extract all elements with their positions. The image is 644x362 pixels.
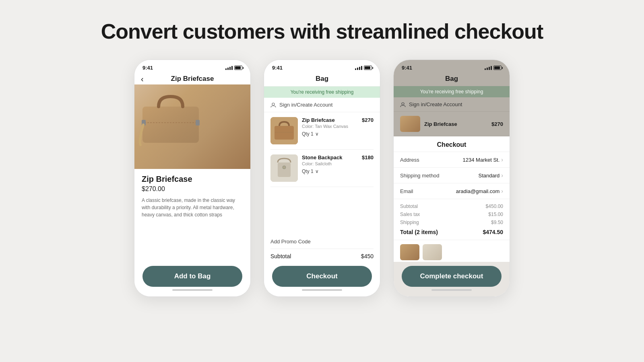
status-icons-3: [485, 66, 502, 70]
page-headline: Convert customers with streamlined check…: [101, 19, 543, 43]
cart-item-2-price: $180: [362, 154, 374, 160]
pricing-section: Subtotal $450.00 Sales tax $15.00 Shippi…: [394, 199, 510, 240]
phone3-thumbs: [394, 240, 510, 262]
status-bar-2: 9:41: [264, 60, 380, 72]
checkout-title: Checkout: [394, 136, 510, 152]
sign-in-text: Sign in/Create Account: [279, 102, 332, 108]
shipping-cost-row: Shipping $9.50: [400, 218, 503, 226]
bag-illustration: [134, 84, 207, 149]
add-to-bag-button[interactable]: Add to Bag: [142, 266, 242, 287]
svg-rect-4: [196, 120, 200, 125]
signal-icon-1: [225, 66, 233, 70]
cart-footer: Add Promo Code Subtotal $450: [264, 230, 380, 262]
phone3-product-thumb-2: [423, 244, 442, 260]
phone3-bag-title: Bag: [394, 72, 510, 86]
phone-1: 9:41 ‹ Zip Briefcase: [134, 60, 251, 297]
cart-item-2-details: Stone Backpack Color: Sailcloth Qty 1 ∨: [302, 154, 358, 174]
total-value: $474.50: [483, 229, 503, 235]
checkout-email-row[interactable]: Email aradia@gmail.com ›: [394, 183, 510, 199]
bag-title: Bag: [264, 72, 380, 86]
checkout-shipping-row[interactable]: Shipping method Standard ›: [394, 168, 510, 183]
shipping-chevron-icon: ›: [501, 172, 503, 179]
status-time-2: 9:41: [272, 65, 283, 71]
status-bar-1: 9:41: [134, 60, 250, 72]
phone2-bottom: Checkout: [264, 262, 380, 296]
product-price: $270.00: [142, 185, 243, 193]
subtotal-pricing-row: Subtotal $450.00: [400, 202, 503, 210]
shipping-method-label: Shipping method: [400, 173, 440, 179]
qty-2-dropdown-icon: ∨: [315, 169, 319, 174]
svg-rect-7: [275, 126, 294, 140]
user-icon: [270, 102, 276, 108]
cart-item-1-name: Zip Briefcase: [302, 117, 358, 123]
subtotal-value: $450: [361, 253, 374, 259]
cart-item-2-image: [270, 154, 298, 182]
battery-icon-3: [493, 66, 502, 70]
email-value: aradia@gmail.com: [456, 188, 500, 194]
home-indicator-3: [431, 289, 472, 291]
address-value: 1234 Market St.: [463, 157, 500, 163]
pricing-subtotal-value: $450.00: [486, 204, 503, 209]
cart-item-2-thumb: [270, 154, 298, 182]
status-time-3: 9:41: [402, 65, 412, 71]
home-indicator-1: [172, 289, 213, 291]
email-value-group: aradia@gmail.com ›: [456, 188, 503, 194]
back-button[interactable]: ‹: [141, 74, 144, 84]
shipping-cost-value: $9.50: [491, 220, 503, 225]
phone3-mini-item-price: $270: [491, 121, 503, 127]
phone-3: 9:41 Bag You're receiving free shipping …: [393, 60, 510, 297]
shipping-value-group: Standard ›: [479, 172, 503, 179]
battery-icon-2: [364, 66, 372, 70]
cart-items: Zip Briefcase Color: Tan Wax Canvas Qty …: [264, 112, 380, 230]
checkout-address-row[interactable]: Address 1234 Market St. ›: [394, 152, 510, 168]
complete-checkout-button[interactable]: Complete checkout: [402, 266, 502, 287]
cart-item-2-color: Color: Sailcloth: [302, 161, 358, 166]
phone2-content: You're receiving free shipping Sign in/C…: [264, 86, 380, 262]
phone3-product-thumb-1: [400, 244, 419, 260]
cart-item-1-qty[interactable]: Qty 1 ∨: [302, 131, 358, 137]
phone3-sign-in[interactable]: Sign in/Create Account: [394, 97, 510, 112]
total-row: Total (2 items) $474.50: [400, 226, 503, 237]
battery-icon-1: [234, 66, 242, 70]
cart-item-1-price: $270: [362, 117, 374, 123]
cart-item-2-name: Stone Backpack: [302, 154, 358, 160]
svg-point-11: [283, 166, 286, 169]
email-chevron-icon: ›: [501, 188, 503, 194]
phone-2: 9:41 Bag You're receiving free shipping: [264, 60, 380, 297]
phone3-mini-item: Zip Briefcase $270: [394, 112, 510, 136]
free-shipping-banner: You're receiving free shipping: [264, 86, 380, 98]
phone3-mini-thumb: [400, 116, 420, 132]
phone3-free-shipping: You're receiving free shipping: [394, 86, 510, 97]
svg-point-5: [272, 103, 275, 105]
home-indicator-2: [302, 289, 342, 291]
cart-item-2-qty[interactable]: Qty 1 ∨: [302, 169, 358, 174]
shipping-cost-label: Shipping: [400, 220, 419, 225]
promo-code[interactable]: Add Promo Code: [270, 234, 374, 249]
signal-icon-3: [485, 66, 492, 70]
svg-rect-1: [142, 107, 199, 143]
sales-tax-label: Sales tax: [400, 212, 420, 217]
product-image: [134, 84, 250, 169]
subtotal-row: Subtotal $450: [270, 249, 374, 262]
status-time-1: 9:41: [142, 65, 153, 71]
svg-point-12: [402, 103, 404, 105]
checkout-section: Checkout Address 1234 Market St. › Shipp…: [394, 136, 510, 262]
sales-tax-row: Sales tax $15.00: [400, 210, 503, 218]
status-icons-2: [355, 66, 372, 70]
sign-in-row[interactable]: Sign in/Create Account: [264, 98, 380, 112]
product-name: Zip Briefcase: [142, 175, 243, 184]
product-info: Zip Briefcase $270.00 A classic briefcas…: [134, 169, 250, 262]
cart-item-1: Zip Briefcase Color: Tan Wax Canvas Qty …: [270, 112, 374, 150]
checkout-button[interactable]: Checkout: [272, 266, 372, 287]
product-nav: ‹ Zip Briefcase: [134, 72, 250, 84]
phone1-bottom: Add to Bag: [134, 262, 250, 296]
cart-item-1-image: [270, 117, 298, 144]
phones-row: 9:41 ‹ Zip Briefcase: [134, 60, 510, 297]
qty-dropdown-icon: ∨: [315, 131, 319, 137]
status-bar-3: 9:41: [394, 60, 510, 72]
address-chevron-icon: ›: [501, 156, 503, 163]
cart-item-1-details: Zip Briefcase Color: Tan Wax Canvas Qty …: [302, 117, 358, 137]
sales-tax-value: $15.00: [488, 212, 503, 217]
phone3-bottom: Complete checkout: [394, 262, 510, 296]
cart-item-2: Stone Backpack Color: Sailcloth Qty 1 ∨ …: [270, 150, 374, 187]
